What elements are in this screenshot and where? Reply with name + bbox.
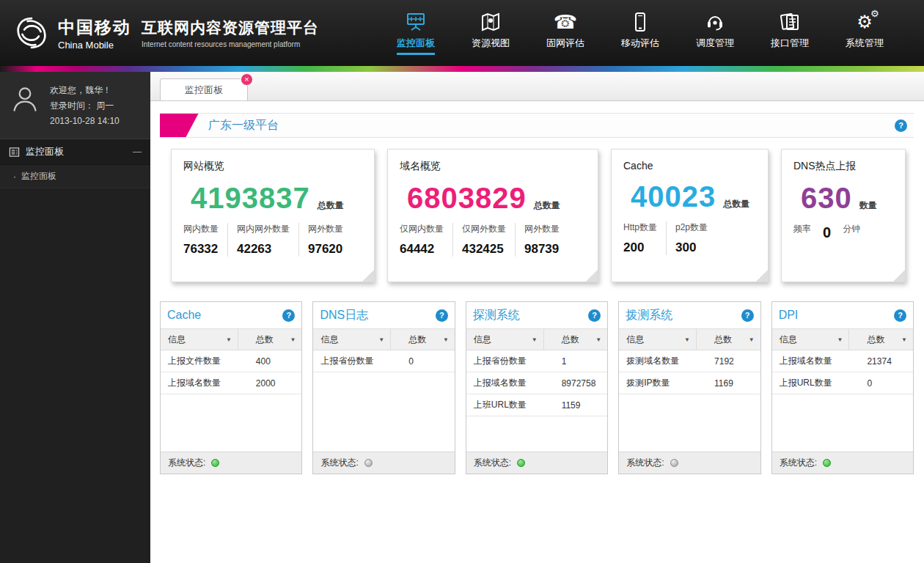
card-sub-stat: 网内数量 76332: [183, 223, 227, 257]
table-row: 上报URL数量 0: [772, 372, 913, 394]
dropdown-caret-icon[interactable]: ▼: [378, 336, 384, 343]
card-sub-stat: p2p数量 300: [666, 221, 716, 255]
status-dot: [670, 459, 678, 467]
platform-title-block: 互联网内容资源管理平台 Internet content resources m…: [142, 18, 319, 48]
dropdown-caret-icon[interactable]: ▼: [901, 336, 907, 343]
frequency-row: 频率 0 分钟: [793, 223, 893, 242]
card-big-label: 数量: [859, 199, 877, 212]
table-row: 拨测IP数量 1169: [619, 372, 760, 394]
card-sub-stat: 仅网内数量 64442: [400, 223, 452, 257]
help-icon[interactable]: ?: [895, 119, 907, 132]
nav-label: 资源视图: [472, 37, 510, 53]
card-big-label: 总数量: [318, 199, 344, 212]
panel-probe-system: 探测系统 ? 信息▼ 总数▼ 上报省份数量 1 上报域名数量 8972758 上…: [466, 301, 608, 474]
dropdown-caret-icon[interactable]: ▼: [684, 336, 690, 343]
help-icon[interactable]: ?: [588, 309, 601, 322]
phone-icon: ☎: [554, 11, 577, 33]
nav-label: 调度管理: [696, 37, 734, 53]
stat-card-dns-hotspot: DNS热点上报 630 数量 频率 0 分钟: [781, 149, 906, 282]
dropdown-caret-icon[interactable]: ▼: [290, 336, 296, 343]
card-big-value: 630: [801, 183, 852, 213]
tab-monitor-panel[interactable]: 监控面板 ×: [160, 78, 248, 100]
status-label: 系统状态:: [320, 457, 358, 469]
nav-label: 监控面板: [397, 37, 435, 55]
sidebar-submenu-label: 监控面板: [21, 170, 56, 183]
help-icon[interactable]: ?: [436, 309, 448, 322]
nav-item-resource-view[interactable]: 资源视图: [465, 11, 516, 55]
brand-name-cn: 中国移动: [58, 16, 131, 39]
card-title: 域名概览: [400, 160, 586, 173]
status-label: 系统状态:: [168, 457, 205, 469]
nav-item-mobile-eval[interactable]: 移动评估: [615, 11, 666, 55]
dropdown-caret-icon[interactable]: ▼: [443, 336, 449, 343]
panel-status-bar: 系统状态:: [619, 452, 760, 474]
status-label: 系统状态:: [474, 457, 511, 469]
table-row: 上班URL数量 1159: [466, 394, 607, 416]
tab-label: 监控面板: [185, 84, 223, 97]
collapse-icon[interactable]: —: [133, 147, 142, 157]
close-icon[interactable]: ×: [241, 73, 253, 86]
help-icon[interactable]: ?: [282, 309, 295, 322]
nav-item-interface-mgmt[interactable]: 接口管理: [764, 11, 815, 55]
card-sub-stat: 网外数量 97620: [298, 223, 352, 257]
nav-label: 固网评估: [546, 37, 584, 53]
card-title: DNS热点上报: [793, 160, 893, 173]
documents-icon: [779, 11, 801, 33]
sidebar-subitem-monitor-panel[interactable]: · 监控面板: [0, 165, 150, 188]
help-icon[interactable]: ?: [894, 309, 906, 322]
panel-title: DNS日志: [320, 308, 368, 323]
card-big-value: 40023: [631, 182, 716, 211]
dropdown-caret-icon[interactable]: ▼: [226, 336, 232, 343]
login-time-value: 2013-10-28 14:10: [50, 114, 120, 129]
table-header: 信息▼ 总数▼: [161, 328, 301, 350]
help-icon[interactable]: ?: [741, 309, 754, 322]
rainbow-stripe: [0, 66, 924, 72]
panel-dpi: DPI ? 信息▼ 总数▼ 上报域名数量 21374 上报URL数量 0 系统状…: [771, 301, 914, 474]
nav-item-fixed-network-eval[interactable]: ☎ 固网评估: [540, 11, 591, 55]
dropdown-caret-icon[interactable]: ▼: [595, 336, 601, 343]
stat-card-cache: Cache 40023 总数量 Http数量 200 p2p数量 300: [611, 149, 769, 282]
table-header: 信息▼ 总数▼: [619, 328, 760, 350]
card-big-label: 总数量: [723, 198, 749, 210]
table-header: 信息▼ 总数▼: [466, 328, 607, 350]
nav-item-dispatch-mgmt[interactable]: 调度管理: [689, 11, 741, 55]
card-big-label: 总数量: [534, 199, 560, 212]
sidebar: 欢迎您，魏华！ 登录时间： 周一 2013-10-28 14:10 监控面板 —…: [0, 72, 150, 563]
brand-name-en: China Mobile: [58, 40, 131, 51]
table-header: 信息▼ 总数▼: [313, 328, 454, 350]
top-bar: 中国移动 China Mobile 互联网内容资源管理平台 Internet c…: [0, 0, 924, 66]
status-dot: [211, 459, 219, 467]
nav-label: 接口管理: [771, 37, 809, 53]
sidebar-item-monitor-panel[interactable]: 监控面板 —: [0, 139, 150, 165]
panel-title: 探测系统: [473, 308, 520, 323]
status-label: 系统状态:: [626, 457, 664, 469]
panel-title: Cache: [167, 309, 201, 322]
dropdown-caret-icon[interactable]: ▼: [532, 336, 538, 343]
panel-dns-log: DNS日志 ? 信息▼ 总数▼ 上报省份数量 0 系统状态:: [312, 301, 455, 474]
main-content: 监控面板 × 广东一级平台 ? 网站概览 4193837 总数量 网内数量 76…: [150, 72, 924, 563]
panel-list-icon: [9, 147, 20, 158]
nav-item-system-mgmt[interactable]: ⚙ ⚙ 系统管理: [839, 11, 890, 55]
nav-item-monitor-panel[interactable]: 监控面板: [390, 11, 441, 55]
panel-dial-test-system: 拨测系统 ? 信息▼ 总数▼ 拨测域名数量 7192 拨测IP数量 1169 系…: [618, 301, 760, 474]
card-sub-stat: 网外数量 98739: [515, 223, 568, 257]
section-title: 广东一级平台: [208, 118, 279, 133]
panel-status-bar: 系统状态:: [466, 452, 607, 474]
system-panels-row: Cache ? 信息▼ 总数▼ 上报文件数量 400 上报域名数量 2000 系…: [160, 301, 914, 474]
stat-card-domain-overview: 域名概览 6803829 总数量 仅网内数量 64442 仅网外数量 43242…: [387, 149, 598, 282]
nav-label: 移动评估: [621, 37, 659, 53]
sidebar-menu-label: 监控面板: [26, 145, 64, 158]
panel-cache: Cache ? 信息▼ 总数▼ 上报文件数量 400 上报域名数量 2000 系…: [160, 301, 302, 474]
section-header: 广东一级平台 ?: [160, 113, 914, 138]
status-label: 系统状态:: [780, 457, 817, 469]
stat-cards-row: 网站概览 4193837 总数量 网内数量 76332 网内网外数量 42263…: [171, 149, 918, 282]
table-row: 拨测域名数量 7192: [619, 350, 760, 372]
panel-title: DPI: [779, 309, 799, 322]
table-header: 信息▼ 总数▼: [772, 328, 913, 350]
map-icon: [480, 11, 502, 33]
dropdown-caret-icon[interactable]: ▼: [837, 336, 843, 343]
login-time-label: 登录时间： 周一: [50, 98, 120, 114]
table-row: 上报域名数量 2000: [161, 372, 301, 394]
dropdown-caret-icon[interactable]: ▼: [749, 336, 755, 343]
user-info-block: 欢迎您，魏华！ 登录时间： 周一 2013-10-28 14:10: [0, 72, 150, 139]
